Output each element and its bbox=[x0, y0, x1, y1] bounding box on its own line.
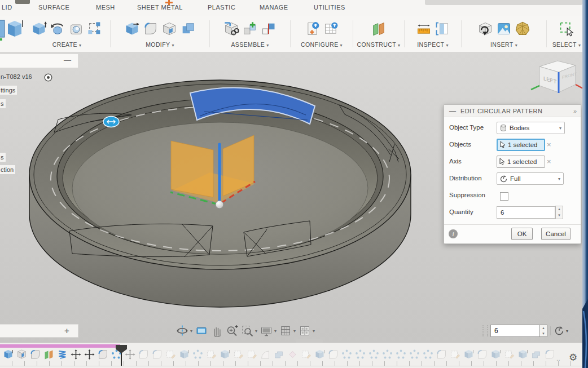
timeline-feature-cpattern[interactable] bbox=[341, 349, 353, 360]
browser-item-settings[interactable]: ttings bbox=[0, 86, 17, 95]
browser-item[interactable]: s bbox=[0, 99, 6, 108]
timeline-feature-move[interactable] bbox=[84, 349, 95, 360]
spin-down-button[interactable]: ▼ bbox=[540, 331, 547, 336]
timeline-feature-cpattern[interactable] bbox=[381, 349, 393, 360]
insert-component-icon[interactable] bbox=[223, 20, 240, 38]
timeline-feature-extrude[interactable] bbox=[463, 349, 475, 360]
timeline-feature-cpattern[interactable] bbox=[368, 349, 380, 360]
objects-selection-button[interactable]: 1 selected bbox=[497, 139, 545, 151]
object-type-select[interactable]: Bodies ▾ bbox=[497, 122, 565, 134]
timeline-feature-fillet[interactable] bbox=[476, 349, 488, 360]
construction-plane-yz[interactable] bbox=[171, 141, 213, 197]
axis-selection-button[interactable]: 1 selected bbox=[497, 156, 545, 168]
timeline-feature-dome[interactable] bbox=[260, 349, 271, 360]
view-cube[interactable]: LEFT FRONT bbox=[529, 57, 583, 101]
display-settings-button[interactable]: ▾ bbox=[260, 325, 277, 337]
timeline-feature-sketch[interactable] bbox=[246, 349, 258, 360]
derive-icon[interactable] bbox=[477, 20, 494, 38]
zoom-button[interactable] bbox=[226, 325, 238, 337]
spin-up-button[interactable]: ▲ bbox=[540, 325, 547, 331]
dialog-overflow-icon[interactable]: » bbox=[573, 108, 577, 114]
rigid-group-icon[interactable] bbox=[260, 20, 277, 38]
press-pull-icon[interactable] bbox=[124, 20, 141, 38]
timeline-feature-cpattern[interactable] bbox=[409, 349, 420, 360]
distribution-select[interactable]: Full ▾ bbox=[497, 172, 564, 185]
tab-mesh[interactable]: MESH bbox=[96, 4, 115, 11]
timeline-feature-extrude[interactable] bbox=[219, 349, 231, 360]
browser-item[interactable]: s bbox=[0, 153, 6, 162]
timeline-feature-cpattern[interactable] bbox=[354, 349, 366, 360]
origin-point[interactable] bbox=[216, 201, 223, 209]
revolve-icon[interactable] bbox=[49, 20, 66, 38]
timeline-feature-extrude[interactable] bbox=[490, 349, 502, 360]
add-button[interactable]: + bbox=[64, 326, 69, 335]
shell-icon[interactable] bbox=[161, 20, 178, 38]
measure-icon[interactable] bbox=[415, 20, 432, 38]
circular-pattern-icon[interactable] bbox=[554, 325, 565, 336]
extrude-icon[interactable] bbox=[30, 20, 47, 38]
tab-sheet-metal[interactable]: SHEET METAL bbox=[137, 4, 183, 11]
chevron-down-icon[interactable]: ▾ bbox=[566, 329, 568, 334]
timeline-feature-fillet[interactable] bbox=[138, 349, 150, 360]
timeline-feature-fillet[interactable] bbox=[97, 349, 109, 360]
toolbar-group-label[interactable]: INSERT▾ bbox=[490, 41, 517, 48]
timeline-feature-sketch[interactable] bbox=[300, 349, 312, 360]
pan-button[interactable] bbox=[210, 325, 223, 337]
timeline-feature-extrude[interactable] bbox=[517, 349, 529, 360]
spin-up-button[interactable]: ▲ bbox=[556, 206, 563, 212]
timeline-feature-extrude[interactable] bbox=[2, 349, 14, 360]
timeline-feature-extrude[interactable] bbox=[314, 349, 326, 360]
timeline-feature-cpattern[interactable] bbox=[422, 349, 434, 360]
configuration-icon[interactable] bbox=[304, 20, 321, 38]
timeline-feature-fillet[interactable] bbox=[327, 349, 339, 360]
ok-button[interactable]: OK bbox=[511, 228, 533, 240]
timeline-feature-cpattern[interactable] bbox=[395, 349, 407, 360]
quantity-input[interactable]: 6 bbox=[497, 206, 555, 219]
browser-item-document[interactable]: n-T082 v16 bbox=[0, 72, 42, 81]
toolbar-group-label[interactable]: MODIFY▾ bbox=[146, 41, 174, 48]
orbit-button[interactable]: ▾ bbox=[176, 325, 192, 337]
tab-solid[interactable]: LID bbox=[2, 4, 12, 11]
move-manipulator-badge[interactable] bbox=[103, 117, 119, 127]
timeline-feature-move[interactable] bbox=[70, 349, 82, 360]
cancel-button[interactable]: Cancel bbox=[541, 228, 571, 240]
look-at-button[interactable] bbox=[195, 325, 208, 337]
timeline-feature-combine[interactable] bbox=[530, 349, 542, 360]
canvas-icon[interactable] bbox=[495, 20, 512, 38]
timeline-feature-plane[interactable] bbox=[43, 349, 55, 360]
tab-plastic[interactable]: PLASTIC bbox=[208, 4, 235, 11]
browser-collapse-button[interactable]: — bbox=[64, 56, 71, 64]
tab-utilities[interactable]: UTILITIES bbox=[314, 4, 345, 11]
timeline-feature-sketch[interactable] bbox=[449, 349, 461, 360]
configuration-table-icon[interactable] bbox=[323, 20, 340, 38]
timeline-settings-gear-icon[interactable]: ⚙ bbox=[569, 352, 577, 363]
timeline-feature-zigzag[interactable] bbox=[56, 349, 68, 360]
browser-item-construction[interactable]: ction bbox=[0, 165, 15, 174]
grid-display-button[interactable]: ▾ bbox=[279, 325, 296, 337]
hole-icon[interactable] bbox=[68, 20, 85, 38]
dialog-collapse-icon[interactable]: — bbox=[449, 108, 456, 114]
joint-icon[interactable] bbox=[242, 20, 258, 38]
panel-grab-tab[interactable] bbox=[15, 0, 30, 4]
timeline-feature-fillet[interactable] bbox=[29, 349, 41, 360]
toolbar-group-label[interactable]: CREATE▾ bbox=[52, 41, 82, 48]
tab-manage[interactable]: MANAGE bbox=[260, 4, 288, 11]
timeline-feature-fillet[interactable] bbox=[436, 349, 447, 360]
section-analysis-icon[interactable] bbox=[434, 20, 451, 38]
construction-plane-icon[interactable] bbox=[370, 20, 387, 38]
toolbar-group-label[interactable]: CONFIGURE▾ bbox=[301, 41, 343, 48]
clear-axis-icon[interactable]: × bbox=[547, 158, 551, 165]
timeline-feature-combine[interactable] bbox=[273, 349, 285, 360]
spin-down-button[interactable]: ▼ bbox=[556, 212, 563, 219]
drag-grip-icon[interactable] bbox=[482, 325, 488, 336]
insert-mesh-icon[interactable] bbox=[514, 20, 531, 38]
timeline-feature-diamond[interactable] bbox=[287, 349, 299, 360]
rectangular-pattern-icon[interactable] bbox=[86, 20, 103, 38]
select-window-icon[interactable] bbox=[558, 20, 575, 38]
timeline-feature-sketch[interactable] bbox=[503, 349, 515, 360]
info-icon[interactable]: i bbox=[449, 229, 458, 238]
combine-icon[interactable] bbox=[179, 20, 196, 38]
toolbar-group-label[interactable]: CONSTRUCT▾ bbox=[357, 41, 401, 48]
fillet-icon[interactable] bbox=[142, 20, 159, 38]
dialog-header[interactable]: — EDIT CIRCULAR PATTERN » bbox=[444, 105, 581, 117]
